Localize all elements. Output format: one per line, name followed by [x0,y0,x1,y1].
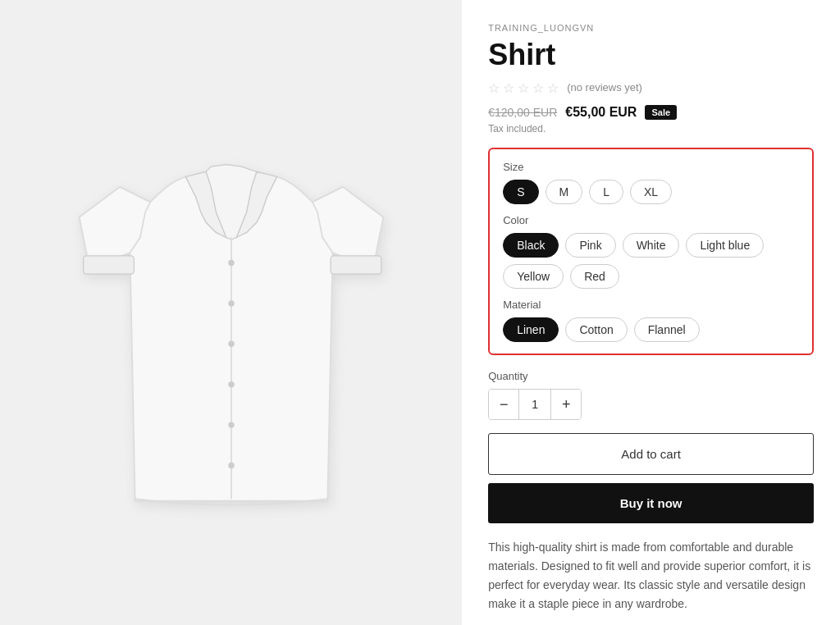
quantity-section: Quantity − 1 + [488,370,814,420]
size-option-l[interactable]: L [589,180,623,204]
add-to-cart-button[interactable]: Add to cart [488,433,814,475]
material-option-flannel[interactable]: Flannel [634,317,700,342]
size-option-m[interactable]: M [546,180,583,204]
product-title: Shirt [488,38,814,72]
size-group: Size S M L XL [503,161,799,204]
size-option-s[interactable]: S [503,180,538,204]
material-label: Material [503,299,799,311]
product-description: This high-quality shirt is made from com… [488,538,814,614]
sale-price: €55,00 EUR [565,105,637,120]
color-option-black[interactable]: Black [503,233,559,258]
svg-point-1 [228,260,234,266]
product-panel: TRAINING_LUONGVN Shirt ☆ ☆ ☆ ☆ ☆ (no rev… [462,0,840,625]
svg-point-6 [228,463,234,468]
color-option-red[interactable]: Red [570,264,619,289]
options-box: Size S M L XL Color Black Pink White Lig… [488,148,814,355]
color-option-lightblue[interactable]: Light blue [686,233,764,258]
svg-point-4 [228,381,234,387]
original-price: €120,00 EUR [488,106,557,119]
color-group: Color Black Pink White Light blue Yellow… [503,214,799,289]
quantity-label: Quantity [488,370,814,382]
size-label: Size [503,161,799,173]
buy-now-button[interactable]: Buy it now [488,483,814,523]
color-buttons: Black Pink White Light blue Yellow Red [503,233,799,289]
quantity-control: − 1 + [488,389,582,420]
material-buttons: Linen Cotton Flannel [503,317,799,342]
color-label: Color [503,214,799,226]
product-image-panel [0,0,462,625]
svg-point-3 [228,340,234,346]
star-3: ☆ [518,80,531,94]
sale-badge: Sale [645,105,677,120]
star-2: ☆ [503,80,516,94]
material-group: Material Linen Cotton Flannel [503,299,799,342]
quantity-decrease[interactable]: − [489,390,518,419]
star-rating: ☆ ☆ ☆ ☆ ☆ [488,80,560,94]
color-option-white[interactable]: White [623,233,680,258]
svg-rect-7 [83,256,134,274]
svg-point-2 [228,300,234,306]
review-count: (no reviews yet) [567,81,642,94]
star-5: ☆ [547,80,560,94]
material-option-cotton[interactable]: Cotton [565,317,627,342]
svg-rect-8 [331,256,381,274]
color-option-pink[interactable]: Pink [565,233,615,258]
color-option-yellow[interactable]: Yellow [503,264,564,289]
quantity-value: 1 [518,390,551,419]
product-image [59,106,404,531]
svg-point-5 [228,422,234,427]
quantity-increase[interactable]: + [551,390,581,419]
size-buttons: S M L XL [503,180,799,204]
star-4: ☆ [532,80,546,94]
reviews-row: ☆ ☆ ☆ ☆ ☆ (no reviews yet) [488,80,814,94]
brand-label: TRAINING_LUONGVN [488,23,814,33]
material-option-linen[interactable]: Linen [503,317,559,342]
tax-note: Tax included. [488,123,814,135]
price-row: €120,00 EUR €55,00 EUR Sale [488,105,814,120]
star-1: ☆ [488,80,501,94]
size-option-xl[interactable]: XL [630,180,672,204]
